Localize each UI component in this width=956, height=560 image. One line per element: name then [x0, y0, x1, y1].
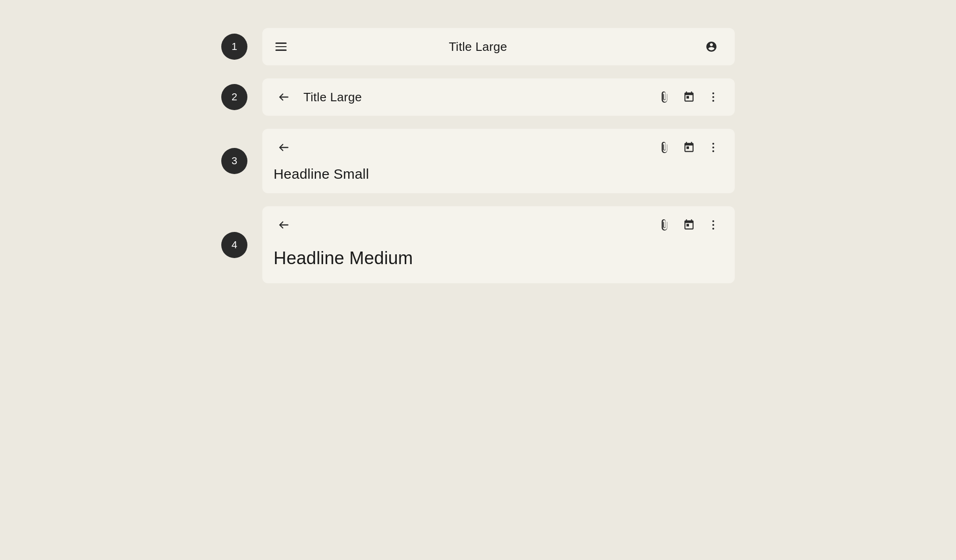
more-button-4[interactable] [703, 215, 724, 235]
step-badge-4: 4 [221, 232, 247, 258]
dot-2 [712, 96, 714, 98]
dot-3 [712, 228, 714, 230]
attach-button-3[interactable] [654, 137, 675, 158]
menu-button[interactable] [275, 42, 288, 51]
more-button-2[interactable] [703, 87, 724, 107]
calendar-button-4[interactable] [679, 215, 699, 235]
dot-3 [712, 100, 714, 102]
card4-headline: Headline Medium [274, 248, 724, 268]
attach-button-4[interactable] [654, 215, 675, 235]
calendar-icon-4 [683, 219, 695, 231]
dot-2 [712, 224, 714, 226]
action-icons-4 [654, 215, 724, 235]
card4-top-row [274, 215, 724, 235]
app-bar-title: Title Large [449, 40, 507, 54]
more-vert-icon-3 [712, 143, 714, 152]
back-button-4[interactable] [274, 215, 294, 235]
avatar-button[interactable] [701, 36, 722, 57]
card-4: Headline Medium [262, 206, 735, 283]
badge-label-4: 4 [232, 239, 237, 251]
menu-line-3 [275, 49, 287, 51]
card3-headline: Headline Small [274, 166, 724, 182]
more-vert-icon [712, 92, 714, 102]
dot-1 [712, 92, 714, 94]
action-icons-2 [654, 87, 724, 107]
back-button-2[interactable] [274, 87, 294, 107]
action-icons-3 [654, 137, 724, 158]
calendar-icon-3 [683, 141, 695, 154]
attach-button-2[interactable] [654, 87, 675, 107]
card2-title: Title Large [303, 90, 654, 105]
menu-line-1 [275, 42, 287, 44]
dot-2 [712, 147, 714, 148]
back-arrow-icon-3 [278, 141, 290, 154]
badge-label-3: 3 [232, 155, 237, 167]
card-3: Headline Small [262, 129, 735, 193]
more-vert-icon-4 [712, 220, 714, 230]
dot-3 [712, 150, 714, 152]
row-1: 1 Title Large [221, 28, 735, 65]
back-arrow-icon [278, 91, 290, 103]
card-1: Title Large [262, 28, 735, 65]
row-3: 3 [221, 129, 735, 193]
step-badge-2: 2 [221, 84, 247, 110]
account-circle-icon [705, 41, 717, 53]
badge-label-1: 1 [232, 41, 237, 53]
back-button-3[interactable] [274, 137, 294, 158]
card3-top-row [274, 137, 724, 158]
dot-1 [712, 220, 714, 222]
badge-label-2: 2 [232, 91, 237, 103]
row-4: 4 [221, 206, 735, 283]
more-button-3[interactable] [703, 137, 724, 158]
page-container: 1 Title Large 2 [0, 28, 956, 296]
attachment-icon-3 [659, 141, 671, 154]
dot-1 [712, 143, 714, 145]
calendar-button-2[interactable] [679, 87, 699, 107]
attachment-icon-4 [659, 219, 671, 231]
attachment-icon [659, 91, 671, 103]
menu-line-2 [275, 46, 287, 48]
card-2: Title Large [262, 78, 735, 116]
step-badge-3: 3 [221, 148, 247, 174]
calendar-button-3[interactable] [679, 137, 699, 158]
step-badge-1: 1 [221, 34, 247, 60]
back-arrow-icon-4 [278, 219, 290, 231]
calendar-icon [683, 91, 695, 103]
row-2: 2 Title Large [221, 78, 735, 116]
